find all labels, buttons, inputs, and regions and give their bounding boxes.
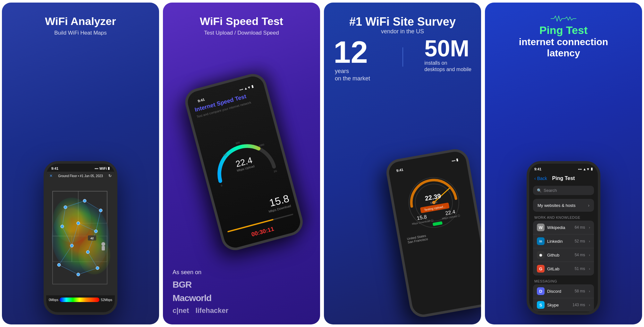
list-item-gitlab[interactable]: G GitLab 51 ms ›	[533, 262, 594, 275]
panel4-title-white: internet connectionlatency	[519, 37, 608, 59]
wifi-icon: WiFi	[99, 167, 107, 170]
press-macworld: Macworld	[173, 293, 310, 303]
gitlab-icon: G	[537, 265, 545, 273]
search-icon: 🔍	[537, 188, 542, 193]
signal-icon-2: ▪▪▪	[239, 87, 243, 92]
wikipedia-name: Wikipedia	[547, 225, 572, 230]
panel1-bottom-bar: 0Mbps 52Mbps	[46, 295, 115, 304]
ping-list-work: W Wikipedia 64 ms › in Linkedin 52 ms ›	[533, 221, 594, 275]
panel-wifi-site-survey: #1 WiFi Site Survey vendor in the US 12 …	[324, 3, 481, 324]
panel1-phone: 9:41 ▪▪▪ WiFi ▮ ✕ Ground Floor • #1 Jun …	[44, 161, 117, 315]
svg-text:0: 0	[221, 184, 223, 187]
section-label-messaging: MESSAGING	[529, 279, 598, 283]
panel3-phone-area: 9:41 ▪▪▪ ▮	[334, 89, 471, 315]
linkedin-icon: in	[537, 237, 545, 245]
panel4-phone: 9:41 ▪▪▪ ▲▼ ▮ ‹ Back Ping Test	[527, 161, 600, 315]
stat2-desc: installs ondesktops and mobile	[424, 60, 471, 73]
panel-ping-test: Ping Test internet connectionlatency 9:4…	[485, 3, 642, 324]
gradient-bar	[60, 298, 99, 302]
panel2-phone-container: 9:41 ▪▪▪ ▲▼ ▮ Internet Speed Test Test a…	[173, 43, 310, 263]
panel1-header-text: Ground Floor • #1 Jun 05, 2023	[58, 174, 103, 178]
back-button[interactable]: ‹ Back	[534, 176, 547, 181]
list-item-discord[interactable]: D Discord 58 ms ›	[533, 284, 594, 298]
panel-wifi-speed-test: WiFi Speed Test Test Upload / Download S…	[163, 3, 320, 324]
decorative-line	[402, 47, 403, 67]
survey-gauge-svg: 22.39 Mbps Testing Upload... 22.4 Mbps U…	[397, 165, 470, 233]
discord-ms: 58 ms	[575, 289, 585, 293]
press-bgr: BGR	[173, 280, 310, 290]
panel2-time: 9:41	[197, 97, 205, 103]
chevron-left-icon: ‹	[534, 176, 536, 181]
svg-point-8	[78, 236, 110, 274]
panel3-vendor: vendor in the US	[349, 28, 456, 35]
panel2-title: WiFi Speed Test	[200, 15, 283, 27]
as-seen-label: As seen on	[173, 269, 310, 276]
back-label: Back	[537, 176, 547, 181]
panel2-status-icons: ▪▪▪ ▲▼ ▮	[239, 84, 254, 92]
waveform-icon	[551, 15, 576, 23]
svg-text:22.39: 22.39	[424, 192, 441, 202]
panel1-time: 9:41	[51, 167, 58, 170]
list-item-skype[interactable]: S Skype 143 ms ›	[533, 298, 594, 312]
panel4-time: 9:41	[534, 167, 541, 171]
ping-search-bar[interactable]: 🔍 Search	[533, 186, 594, 195]
panel3-title: #1 WiFi Site Survey	[349, 15, 456, 28]
discord-icon: D	[537, 287, 545, 295]
panel4-status-bar: 9:41 ▪▪▪ ▲▼ ▮	[529, 164, 598, 172]
waveform-svg	[551, 15, 576, 22]
my-websites-row[interactable]: My websites & hosts ›	[533, 199, 594, 212]
chevron-icon-5: ›	[589, 289, 590, 293]
panel3-time: 9:41	[396, 168, 404, 173]
battery-icon-2: ▮	[251, 84, 254, 88]
discord-name: Discord	[547, 289, 572, 294]
bar-label-left: 0Mbps	[49, 298, 58, 302]
panel2-phone-tilted-area: 9:41 ▪▪▪ ▲▼ ▮ Internet Speed Test Test a…	[173, 43, 310, 263]
signal-icon-4: ▪▪▪	[578, 167, 582, 171]
svg-text:2G: 2G	[273, 169, 277, 173]
stat1-desc: yearson the market	[335, 68, 370, 83]
ping-list-messaging: D Discord 58 ms › S Skype 143 ms ›	[533, 284, 594, 312]
svg-text:Mbps Upload ⓘ: Mbps Upload ⓘ	[442, 214, 460, 220]
press-lifehacker: lifehacker	[195, 307, 228, 315]
stat2: 50M installs ondesktops and mobile	[424, 37, 471, 73]
search-placeholder-text: Search	[544, 188, 557, 193]
list-item-linkedin[interactable]: in Linkedin 52 ms ›	[533, 234, 594, 248]
survey-screen: 9:41 ▪▪▪ ▮	[387, 150, 481, 316]
list-item-github[interactable]: ◉ Github 54 ms ›	[533, 248, 594, 262]
list-item-wikipedia[interactable]: W Wikipedia 64 ms ›	[533, 221, 594, 234]
wikipedia-icon: W	[537, 224, 545, 231]
refresh-icon: ↻	[108, 174, 112, 178]
chevron-icon-6: ›	[589, 303, 590, 307]
chevron-icon: ›	[589, 225, 590, 229]
svg-point-7	[53, 198, 91, 242]
panel1-phone-container: 9:41 ▪▪▪ WiFi ▮ ✕ Ground Floor • #1 Jun …	[12, 43, 149, 315]
survey-gauge-container: 22.39 Mbps Testing Upload... 22.4 Mbps U…	[392, 162, 475, 237]
linkedin-name: Linkedin	[547, 239, 572, 244]
svg-rect-23	[102, 246, 105, 250]
as-seen-on-section: As seen on BGR Macworld c|net lifehacker	[173, 269, 310, 315]
chevron-icon-3: ›	[589, 253, 590, 257]
wifi-icon-4: ▲▼	[583, 167, 590, 171]
panel1-status-bar: 9:41 ▪▪▪ WiFi ▮	[46, 164, 115, 172]
press-cnet: c|net	[173, 307, 189, 315]
signal-icon: ▪▪▪	[95, 167, 98, 170]
battery-icon-3: ▮	[456, 158, 459, 162]
ping-nav: ‹ Back Ping Test	[529, 172, 598, 184]
skype-ms: 143 ms	[572, 303, 585, 307]
my-websites-label: My websites & hosts	[538, 203, 576, 208]
panel3-phone: 9:41 ▪▪▪ ▮	[384, 147, 481, 319]
panel1-header-bar: ✕ Ground Floor • #1 Jun 05, 2023 ↻	[46, 172, 115, 180]
github-ms: 54 ms	[575, 253, 585, 257]
stat2-number: 50M	[424, 37, 471, 60]
github-name: Github	[547, 253, 572, 258]
wikipedia-ms: 64 ms	[575, 225, 585, 230]
linkedin-ms: 52 ms	[575, 239, 585, 243]
svg-text:500: 500	[235, 141, 240, 145]
bar-label-right: 52Mbps	[101, 298, 112, 302]
stat1-number: 12	[334, 37, 370, 68]
svg-point-22	[101, 242, 105, 246]
gitlab-name: GitLab	[547, 266, 572, 271]
panel1-status-icons: ▪▪▪ WiFi ▮	[95, 166, 110, 170]
panel-wifi-analyzer: WiFi Analyzer Build WiFi Heat Maps 9:41 …	[2, 3, 159, 324]
panel2-subtitle: Test Upload / Download Speed	[204, 30, 279, 36]
